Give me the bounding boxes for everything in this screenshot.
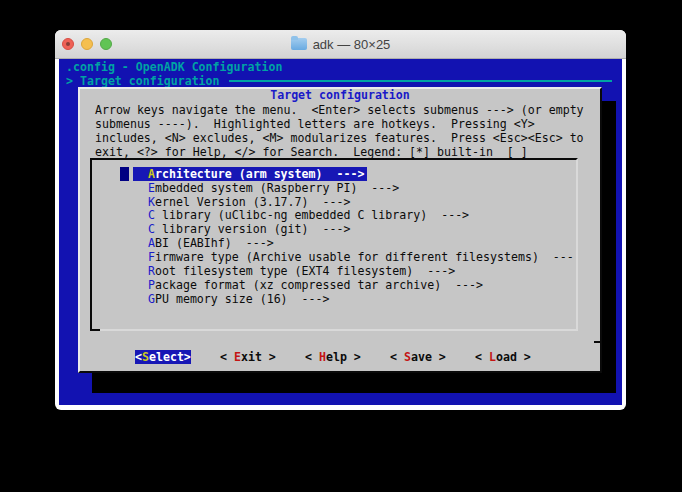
instructions-line: submenus ----). Highlighted letters are … <box>95 117 535 131</box>
selection-cursor <box>120 167 129 181</box>
select-button[interactable]: <Select> <box>135 350 191 364</box>
menu-item-architecture[interactable]: Architecture (arm system) ---> <box>92 167 576 181</box>
menu-item-gpu-memory[interactable]: GPU memory size (16) ---> <box>92 292 576 306</box>
menu-listbox: Architecture (arm system) ---> Embedded … <box>90 158 578 331</box>
close-button[interactable] <box>62 38 74 50</box>
zoom-button[interactable] <box>100 38 112 50</box>
load-button[interactable]: < Load > <box>475 350 531 364</box>
menu-item-c-library-version[interactable]: C library version (git) ---> <box>92 222 576 236</box>
window-titlebar[interactable]: adk — 80×25 <box>55 30 626 59</box>
menu-item-embedded-system[interactable]: Embedded system (Raspberry PI) ---> <box>92 181 576 195</box>
menu-item-abi[interactable]: ABI (EABIhf) ---> <box>92 236 576 250</box>
target-configuration-dialog: Target configuration Arrow keys navigate… <box>78 87 602 373</box>
menu-item-kernel-version[interactable]: Kernel Version (3.17.7) ---> <box>92 195 576 209</box>
minimize-button[interactable] <box>81 38 93 50</box>
folder-icon <box>291 38 307 50</box>
menu-item-c-library[interactable]: C library (uClibc-ng embedded C library)… <box>92 208 576 222</box>
menu-item-package-format[interactable]: Package format (xz compressed tar archiv… <box>92 278 576 292</box>
desktop: adk — 80×25 .config - OpenADK Configurat… <box>0 0 682 492</box>
help-button[interactable]: < Help > <box>305 350 361 364</box>
window-title: adk — 80×25 <box>313 37 391 52</box>
breadcrumb-rule <box>229 80 612 82</box>
exit-button[interactable]: < Exit > <box>220 350 276 364</box>
instructions-line: exit, <?> for Help, </> for Search. Lege… <box>95 145 528 159</box>
instructions-line: Arrow keys navigate the menu. <Enter> se… <box>95 103 584 117</box>
breadcrumb: > Target configuration <box>66 74 220 88</box>
menu-item-root-filesystem[interactable]: Root filesystem type (EXT4 filesystem) -… <box>92 264 576 278</box>
dialog-title: Target configuration <box>80 88 600 102</box>
config-header: .config - OpenADK Configuration <box>66 60 282 74</box>
menu-item-firmware-type[interactable]: Firmware type (Archive usable for differ… <box>92 250 576 264</box>
terminal-screen: .config - OpenADK Configuration > Target… <box>59 59 622 405</box>
instructions-line: includes, <N> excludes, <M> modularizes … <box>95 131 584 145</box>
save-button[interactable]: < Save > <box>390 350 446 364</box>
separator-tick <box>594 341 600 343</box>
terminal-window: adk — 80×25 .config - OpenADK Configurat… <box>55 30 626 410</box>
